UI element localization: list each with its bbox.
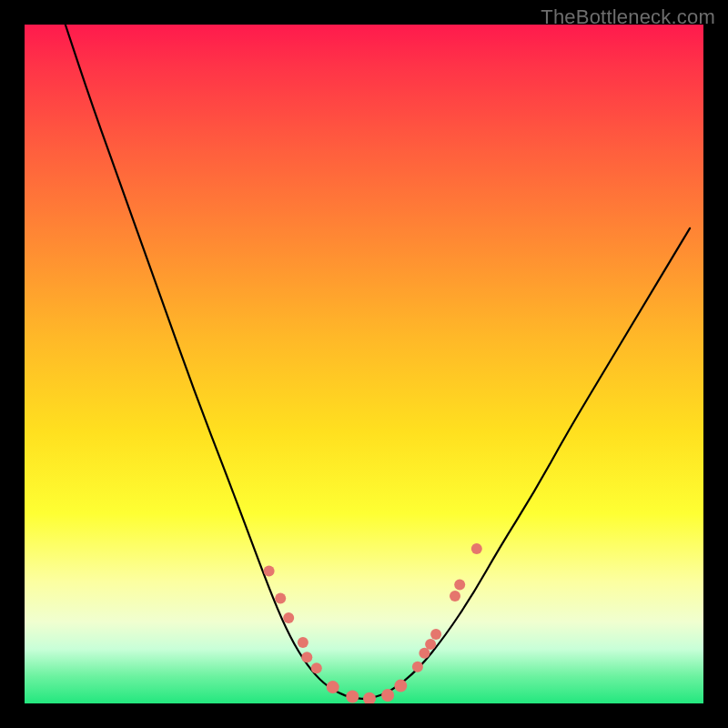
marker-dot [430,629,441,640]
marker-dot [301,652,312,662]
marker-dot [471,543,482,554]
marker-dot [394,680,407,693]
marker-dot [381,689,394,702]
marker-dot [454,580,465,591]
marker-dot [283,612,294,623]
marker-dot [311,662,322,673]
marker-dot [412,662,423,672]
chart-svg [25,25,703,703]
chart-plot-area [25,25,703,703]
bottleneck-curve [66,25,690,699]
marker-dot [425,639,436,650]
marker-dot [327,681,339,693]
marker-dot [264,566,275,577]
marker-dot [450,591,460,602]
watermark-text: TheBottleneck.com [541,5,715,29]
marker-dot [298,637,308,648]
marker-dot [419,648,430,659]
marker-dot [363,693,376,703]
marker-dot [275,592,286,603]
marker-dot [346,691,359,703]
marker-group [264,543,482,703]
